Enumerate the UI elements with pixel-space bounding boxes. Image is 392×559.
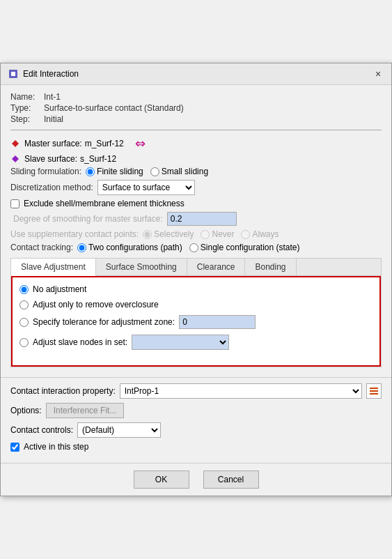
slave-adj-tolerance-label: Specify tolerance for adjustment zone: bbox=[33, 317, 175, 327]
master-surface-icon bbox=[10, 139, 20, 148]
tabs-container: Slave Adjustment Surface Smoothing Clear… bbox=[10, 258, 382, 367]
title-bar: Edit Interaction × bbox=[1, 63, 391, 85]
title-bar-left: Edit Interaction bbox=[8, 68, 79, 79]
supplementary-radio-group: Selectively Never Always bbox=[143, 229, 279, 239]
sliding-finite-option[interactable]: Finite sliding bbox=[86, 167, 143, 176]
sliding-small-option[interactable]: Small sliding bbox=[150, 167, 208, 176]
slave-adj-remove-overclosure: Adjust only to remove overclosure bbox=[19, 300, 373, 309]
slave-surface-value: s_Surf-12 bbox=[80, 154, 116, 164]
slave-surface-row: Slave surface: s_Surf-12 bbox=[10, 154, 382, 164]
active-step-row: Active in this step bbox=[10, 442, 382, 452]
tracking-two-config-option[interactable]: Two configurations (path) bbox=[77, 243, 182, 252]
tab-slave-adjustment[interactable]: Slave Adjustment bbox=[11, 259, 96, 276]
supplementary-selectively-option[interactable]: Selectively bbox=[143, 229, 194, 239]
stack-icon bbox=[369, 386, 379, 396]
master-surface-value: m_Surf-12 bbox=[85, 139, 124, 148]
discretization-select[interactable]: Surface to surface Node to surface bbox=[97, 180, 195, 195]
slave-adj-no-radio[interactable] bbox=[19, 285, 29, 294]
tracking-single-config-radio[interactable] bbox=[189, 243, 198, 252]
discretization-row: Discretization method: Surface to surfac… bbox=[10, 180, 382, 195]
type-row: Type: Surface-to-surface contact (Standa… bbox=[10, 103, 382, 113]
edit-interaction-dialog: Edit Interaction × Name: Int-1 Type: Sur… bbox=[0, 63, 392, 496]
tracking-row: Contact tracking: Two configurations (pa… bbox=[10, 243, 382, 252]
tracking-single-config-label: Single configuration (state) bbox=[201, 243, 300, 252]
slave-adj-tolerance: Specify tolerance for adjustment zone: bbox=[19, 315, 373, 329]
exclude-shell-checkbox[interactable] bbox=[10, 199, 19, 208]
exclude-shell-label: Exclude shell/membrane element thickness bbox=[24, 199, 185, 208]
slave-adj-tolerance-radio[interactable] bbox=[19, 318, 29, 327]
contact-property-row: Contact interaction property: IntProp-1 bbox=[10, 383, 382, 399]
active-step-label: Active in this step bbox=[24, 442, 88, 452]
cancel-button[interactable]: Cancel bbox=[203, 470, 259, 489]
slave-adj-overclosure-label: Adjust only to remove overclosure bbox=[33, 300, 159, 309]
supplementary-row: Use supplementary contact points: Select… bbox=[10, 229, 382, 239]
interference-fit-button[interactable]: Interference Fit... bbox=[46, 403, 125, 418]
slave-adj-nodes-set: Adjust slave nodes in set: bbox=[19, 335, 373, 350]
options-label: Options: bbox=[10, 406, 42, 415]
sliding-small-label: Small sliding bbox=[162, 167, 208, 176]
sliding-small-radio[interactable] bbox=[150, 167, 159, 176]
options-row: Options: Interference Fit... bbox=[10, 403, 382, 418]
svg-marker-3 bbox=[12, 155, 19, 162]
exclude-shell-row: Exclude shell/membrane element thickness bbox=[10, 199, 382, 208]
tab-bonding[interactable]: Bonding bbox=[245, 259, 296, 276]
tracking-two-config-radio[interactable] bbox=[77, 243, 86, 252]
supplementary-always-label: Always bbox=[252, 229, 279, 239]
tab-clearance[interactable]: Clearance bbox=[187, 259, 246, 276]
supplementary-label: Use supplementary contact points: bbox=[10, 229, 139, 239]
dialog-icon bbox=[8, 68, 19, 79]
svg-rect-5 bbox=[370, 390, 378, 392]
master-surface-label: Master surface: bbox=[24, 139, 82, 148]
dialog-title: Edit Interaction bbox=[23, 69, 79, 79]
tracking-radio-group: Two configurations (path) Single configu… bbox=[77, 243, 300, 252]
slave-adj-nodes-label: Adjust slave nodes in set: bbox=[33, 337, 127, 347]
master-surface-row: Master surface: m_Surf-12 ⇔ bbox=[10, 136, 382, 151]
contact-property-label: Contact interaction property: bbox=[10, 386, 116, 396]
slave-adj-nodes-radio[interactable] bbox=[19, 338, 29, 347]
ok-button[interactable]: OK bbox=[134, 470, 189, 489]
name-row: Name: Int-1 bbox=[10, 92, 382, 102]
slave-adj-overclosure-radio[interactable] bbox=[19, 300, 29, 309]
sliding-formulation-row: Sliding formulation: Finite sliding Smal… bbox=[10, 167, 382, 176]
bottom-section: Contact interaction property: IntProp-1 … bbox=[1, 377, 391, 463]
slave-adj-nodes-select[interactable] bbox=[132, 335, 229, 350]
contact-property-select[interactable]: IntProp-1 bbox=[120, 383, 362, 399]
name-label: Name: bbox=[10, 92, 40, 102]
svg-marker-2 bbox=[12, 140, 19, 147]
discretization-label: Discretization method: bbox=[10, 183, 93, 192]
tab-content-slave-adjustment: No adjustment Adjust only to remove over… bbox=[11, 276, 381, 367]
step-value: Initial bbox=[44, 114, 63, 124]
name-value: Int-1 bbox=[44, 92, 61, 102]
type-label: Type: bbox=[10, 103, 40, 113]
slave-surface-icon bbox=[10, 154, 20, 164]
sliding-label: Sliding formulation: bbox=[10, 167, 81, 176]
tracking-single-config-option[interactable]: Single configuration (state) bbox=[189, 243, 300, 252]
contact-controls-select[interactable]: (Default) bbox=[77, 422, 161, 438]
slave-surface-label: Slave surface: bbox=[24, 154, 77, 164]
slave-adj-no-adjustment: No adjustment bbox=[19, 284, 373, 294]
supplementary-always-radio[interactable] bbox=[241, 230, 250, 239]
sliding-radio-group: Finite sliding Small sliding bbox=[86, 167, 208, 176]
step-label: Step: bbox=[10, 114, 40, 124]
dialog-content: Name: Int-1 Type: Surface-to-surface con… bbox=[1, 85, 391, 374]
swap-surfaces-button[interactable]: ⇔ bbox=[135, 136, 146, 151]
sliding-finite-label: Finite sliding bbox=[97, 167, 143, 176]
supplementary-selectively-radio[interactable] bbox=[143, 230, 152, 239]
smoothing-input[interactable] bbox=[167, 212, 237, 226]
supplementary-always-option[interactable]: Always bbox=[241, 229, 279, 239]
supplementary-never-option[interactable]: Never bbox=[201, 229, 234, 239]
separator-1 bbox=[10, 130, 382, 130]
active-step-checkbox[interactable] bbox=[10, 443, 19, 452]
contact-controls-row: Contact controls: (Default) bbox=[10, 422, 382, 438]
contact-property-manage-button[interactable] bbox=[366, 383, 382, 399]
tab-surface-smoothing[interactable]: Surface Smoothing bbox=[96, 259, 187, 276]
sliding-finite-radio[interactable] bbox=[86, 167, 95, 176]
svg-rect-4 bbox=[370, 388, 378, 389]
supplementary-never-radio[interactable] bbox=[201, 230, 210, 239]
close-button[interactable]: × bbox=[372, 68, 384, 80]
contact-controls-label: Contact controls: bbox=[10, 425, 73, 435]
tracking-two-config-label: Two configurations (path) bbox=[88, 243, 182, 252]
supplementary-never-label: Never bbox=[212, 229, 234, 239]
slave-adj-tolerance-input[interactable] bbox=[179, 315, 256, 329]
type-value: Surface-to-surface contact (Standard) bbox=[44, 103, 184, 113]
